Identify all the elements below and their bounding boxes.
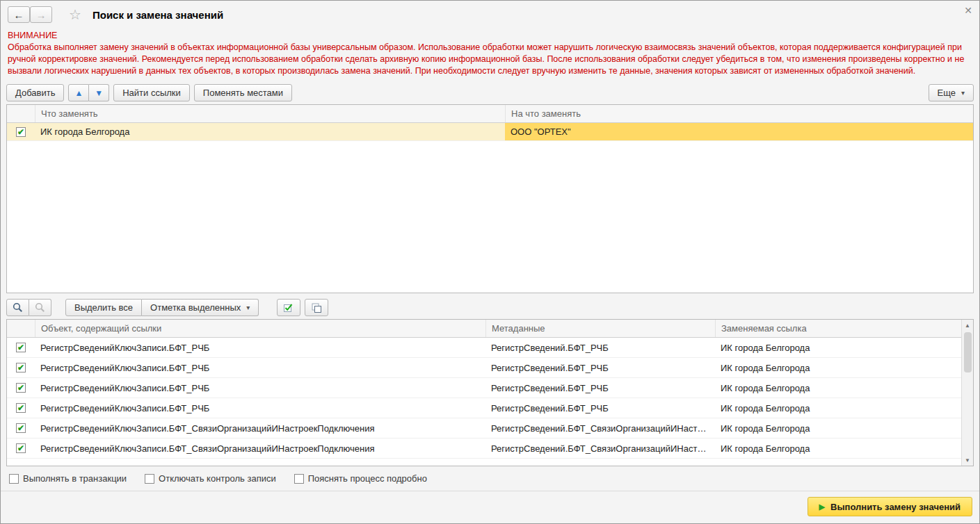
column-header-what[interactable]: Что заменять	[35, 105, 505, 122]
more-button[interactable]: Еще ▾	[929, 84, 974, 101]
option-record-control[interactable]: ✔ Отключать контроль записи	[145, 473, 276, 484]
metadata-cell: РегистрСведений.БФТ_РЧБ	[485, 403, 715, 414]
chevron-down-icon: ▾	[246, 304, 250, 311]
add-button[interactable]: Добавить	[6, 84, 64, 101]
row-checkbox-cell: ✔	[7, 403, 35, 413]
nav-buttons: ← →	[8, 6, 52, 23]
column-header-with[interactable]: На что заменять	[505, 105, 973, 122]
row-checkbox[interactable]: ✔	[16, 403, 26, 413]
refs-table: Объект, содержащий ссылки Метаданные Зам…	[6, 319, 974, 466]
forward-button[interactable]: →	[30, 6, 52, 23]
swap-button[interactable]: Поменять местами	[194, 84, 292, 101]
warning-title: ВНИМАНИЕ	[8, 30, 972, 42]
vertical-scrollbar[interactable]: ▲ ▼	[961, 320, 973, 466]
table-row[interactable]: ✔ РегистрСведенийКлючЗаписи.БФТ_РЧБ Реги…	[7, 338, 973, 358]
column-header-metadata[interactable]: Метаданные	[485, 320, 715, 337]
checked-box-icon	[283, 302, 294, 313]
object-cell: РегистрСведенийКлючЗаписи.БФТ_СвязиОрган…	[35, 443, 485, 454]
ref-cell: ИК города Белгорода	[715, 343, 961, 353]
object-cell: РегистрСведенийКлючЗаписи.БФТ_РЧБ	[35, 403, 485, 414]
with-cell: ООО "ОРТЕХ"	[505, 123, 973, 140]
row-checkbox[interactable]: ✔	[16, 443, 26, 453]
move-down-button[interactable]: ▼	[89, 84, 109, 101]
header-checkbox-column	[7, 320, 35, 337]
row-checkbox[interactable]: ✔	[16, 343, 26, 352]
ref-cell: ИК города Белгорода	[715, 423, 961, 434]
column-header-ref[interactable]: Заменяемая ссылка	[715, 320, 961, 337]
search-disabled-icon	[35, 302, 45, 313]
mark-selected-label: Отметка выделенных	[150, 302, 241, 313]
object-cell: РегистрСведенийКлючЗаписи.БФТ_РЧБ	[35, 383, 485, 393]
transaction-label: Выполнять в транзакции	[23, 473, 127, 484]
close-icon[interactable]: ✕	[964, 5, 972, 16]
table-row[interactable]: ✔ ИК города Белгорода ООО "ОРТЕХ"	[7, 123, 973, 141]
copy-squares-icon	[311, 302, 322, 313]
record-control-checkbox[interactable]: ✔	[145, 474, 154, 484]
set-marks-button[interactable]	[277, 299, 300, 316]
mark-buttons: Выделить все Отметка выделенных ▾	[65, 299, 259, 316]
select-all-button[interactable]: Выделить все	[65, 299, 142, 316]
top-toolbar: Добавить ▲ ▼ Найти ссылки Поменять места…	[1, 81, 979, 104]
search-button[interactable]	[6, 299, 29, 316]
check-icon: ✔	[17, 343, 24, 352]
more-label: Еще	[938, 88, 956, 98]
object-cell: РегистрСведенийКлючЗаписи.БФТ_РЧБ	[35, 363, 485, 373]
record-control-label: Отключать контроль записи	[159, 473, 276, 484]
check-icon: ✔	[17, 424, 24, 432]
replace-table: Что заменять На что заменять ✔ ИК города…	[6, 104, 974, 293]
check-icon: ✔	[17, 404, 24, 412]
metadata-cell: РегистрСведений.БФТ_РЧБ	[485, 363, 715, 373]
clear-marks-button[interactable]	[305, 299, 328, 316]
execute-replace-button[interactable]: ▶ Выполнить замену значений	[808, 497, 972, 516]
favorite-star-icon[interactable]: ☆	[69, 6, 81, 23]
execute-replace-label: Выполнить замену значений	[830, 502, 961, 512]
table-row[interactable]: ✔ РегистрСведенийКлючЗаписи.БФТ_РЧБ Реги…	[7, 378, 973, 398]
move-buttons: ▲ ▼	[68, 84, 109, 101]
replace-table-header: Что заменять На что заменять	[7, 105, 973, 123]
search-buttons	[6, 299, 51, 316]
metadata-cell: РегистрСведений.БФТ_СвязиОрганизацийИНас…	[485, 443, 715, 454]
chevron-down-icon: ▾	[961, 89, 965, 97]
scroll-down-icon[interactable]: ▼	[962, 455, 973, 466]
mark-selected-button[interactable]: Отметка выделенных ▾	[142, 299, 259, 316]
metadata-cell: РегистрСведений.БФТ_РЧБ	[485, 343, 715, 353]
row-checkbox-cell: ✔	[7, 443, 35, 453]
row-checkbox[interactable]: ✔	[16, 383, 26, 393]
verbose-label: Пояснять процесс подробно	[308, 473, 427, 484]
back-button[interactable]: ←	[8, 6, 30, 23]
refs-table-header: Объект, содержащий ссылки Метаданные Зам…	[7, 320, 973, 338]
find-links-button[interactable]: Найти ссылки	[113, 84, 190, 101]
table-row[interactable]: ✔ РегистрСведенийКлючЗаписи.БФТ_РЧБ Реги…	[7, 398, 973, 418]
scrollbar-thumb[interactable]	[964, 332, 972, 372]
object-cell: РегистрСведенийКлючЗаписи.БФТ_СвязиОрган…	[35, 423, 485, 434]
warning-block: ВНИМАНИЕ Обработка выполняет замену знач…	[1, 28, 979, 81]
arrow-down-icon: ▼	[95, 88, 103, 98]
metadata-cell: РегистрСведений.БФТ_РЧБ	[485, 383, 715, 393]
scroll-up-icon[interactable]: ▲	[962, 320, 973, 331]
footer-bar: ▶ Выполнить замену значений	[1, 491, 979, 523]
option-transaction[interactable]: ✔ Выполнять в транзакции	[9, 473, 127, 484]
warning-text: Обработка выполняет замену значений в об…	[8, 42, 964, 76]
forward-icon: →	[36, 9, 47, 21]
check-icon: ✔	[17, 444, 24, 452]
verbose-checkbox[interactable]: ✔	[294, 474, 304, 484]
move-up-button[interactable]: ▲	[68, 84, 89, 101]
check-icon: ✔	[17, 384, 24, 392]
search-icon	[13, 302, 23, 313]
row-checkbox[interactable]: ✔	[16, 423, 26, 433]
what-cell: ИК города Белгорода	[35, 126, 505, 137]
transaction-checkbox[interactable]: ✔	[9, 474, 19, 484]
option-verbose[interactable]: ✔ Пояснять процесс подробно	[294, 473, 427, 484]
table-row[interactable]: ✔ РегистрСведенийКлючЗаписи.БФТ_РЧБ Реги…	[7, 358, 973, 378]
column-header-object[interactable]: Объект, содержащий ссылки	[35, 320, 485, 337]
row-checkbox-cell: ✔	[7, 343, 35, 352]
row-checkbox-cell: ✔	[7, 127, 35, 137]
arrow-up-icon: ▲	[74, 88, 83, 98]
ref-cell: ИК города Белгорода	[715, 363, 961, 373]
header-checkbox-column	[7, 105, 35, 122]
row-checkbox[interactable]: ✔	[16, 363, 26, 372]
table-row[interactable]: ✔ РегистрСведенийКлючЗаписи.БФТ_СвязиОрг…	[7, 439, 973, 459]
table-row[interactable]: ✔ РегистрСведенийКлючЗаписи.БФТ_СвязиОрг…	[7, 418, 973, 439]
row-checkbox[interactable]: ✔	[16, 127, 26, 137]
cancel-search-button[interactable]	[29, 299, 51, 316]
